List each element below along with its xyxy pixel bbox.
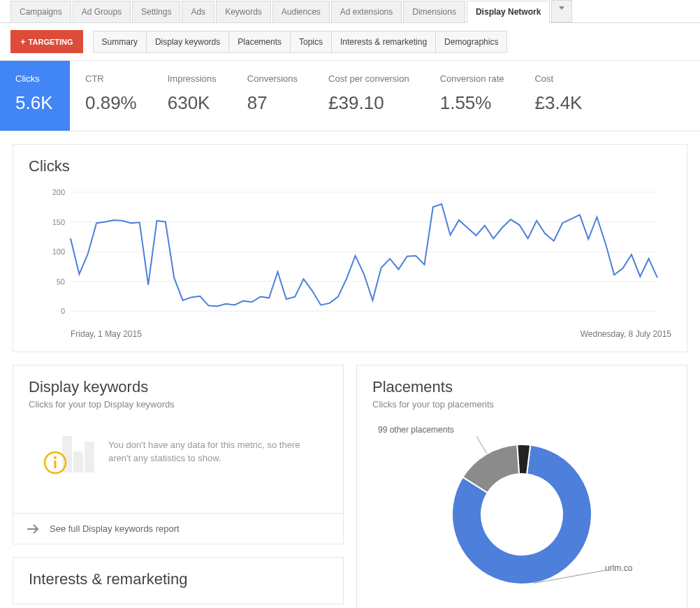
top-tab-bar: CampaignsAd GroupsSettingsAdsKeywordsAud… [0, 0, 700, 23]
metric-value: 87 [247, 92, 298, 114]
svg-text:150: 150 [52, 218, 65, 226]
interests-title: Interests & remarketing [29, 570, 328, 588]
metric-value: 630K [168, 92, 217, 114]
sub-tab[interactable]: Topics [290, 31, 332, 53]
placements-donut-chart [417, 424, 627, 591]
more-tabs-dropdown[interactable] [551, 0, 572, 22]
top-tab[interactable]: Audiences [272, 1, 330, 23]
clicks-line-chart: 050100150200 [29, 185, 664, 325]
sub-tab-bar: SummaryDisplay keywordsPlacementsTopicsI… [93, 31, 507, 53]
svg-text:200: 200 [52, 188, 65, 196]
chevron-down-icon [559, 6, 564, 10]
targeting-button[interactable]: + TARGETING [10, 30, 83, 53]
arrow-right-icon [27, 524, 40, 534]
metric-tile[interactable]: Cost per conversion£39.10 [313, 61, 425, 131]
metric-label: Clicks [15, 73, 54, 84]
sub-tab[interactable]: Summary [93, 31, 147, 53]
sub-tab[interactable]: Demographics [435, 31, 507, 53]
metric-tile[interactable]: Conversion rate1.55% [425, 61, 520, 131]
svg-text:0: 0 [61, 307, 65, 315]
svg-rect-12 [54, 461, 57, 468]
placements-title: Placements [372, 378, 671, 396]
chart-title: Clicks [29, 157, 671, 175]
top-tab[interactable]: Ads [182, 1, 214, 23]
top-tab[interactable]: Display Network [467, 1, 550, 23]
svg-line-14 [476, 436, 487, 454]
svg-text:50: 50 [57, 277, 65, 286]
sub-tab[interactable]: Display keywords [146, 31, 229, 53]
plus-icon: + [20, 36, 26, 47]
metric-label: Cost per conversion [328, 73, 409, 84]
sub-tab[interactable]: Interests & remarketing [331, 31, 436, 53]
empty-chart-icon [43, 430, 93, 472]
top-tab[interactable]: Dimensions [403, 1, 465, 23]
metric-label: Conversions [247, 73, 298, 84]
display-keywords-title: Display keywords [29, 378, 328, 396]
top-tab[interactable]: Campaigns [10, 1, 71, 23]
top-tab[interactable]: Ad Groups [73, 1, 131, 23]
donut-slice-label: urlm.co [605, 563, 632, 573]
metric-value: £3.4K [534, 92, 582, 114]
metric-tile[interactable]: CTR0.89% [70, 61, 152, 131]
display-keywords-footer-label: See full Display keywords report [50, 523, 180, 534]
metric-tile[interactable]: Impressions630K [152, 61, 232, 131]
metric-value: £39.10 [328, 92, 409, 114]
chart-start-date: Friday, 1 May 2015 [71, 329, 142, 339]
metric-label: Cost [534, 73, 582, 84]
display-keywords-card: Display keywords Clicks for your top Dis… [13, 365, 344, 544]
metric-value: 1.55% [440, 92, 504, 114]
metric-value: 5.6K [15, 92, 54, 114]
empty-state-message: You don't have any data for this metric,… [108, 438, 304, 465]
display-keywords-subtitle: Clicks for your top Display keywords [29, 399, 328, 410]
top-tab[interactable]: Keywords [216, 1, 271, 23]
metrics-row: Clicks5.6KCTR0.89%Impressions630KConvers… [0, 61, 700, 131]
placements-card: Placements Clicks for your top placement… [356, 365, 687, 608]
metric-label: Impressions [168, 73, 217, 84]
metric-label: Conversion rate [440, 73, 504, 84]
info-icon [43, 450, 68, 475]
metric-value: 0.89% [85, 92, 137, 114]
secondary-toolbar: + TARGETING SummaryDisplay keywordsPlace… [0, 23, 700, 61]
metric-tile[interactable]: Cost£3.4K [519, 61, 597, 131]
chart-end-date: Wednesday, 8 July 2015 [581, 329, 671, 339]
top-tab[interactable]: Ad extensions [331, 1, 402, 23]
placements-subtitle: Clicks for your top placements [372, 399, 671, 410]
metric-tile[interactable]: Clicks5.6K [0, 61, 70, 131]
interests-card: Interests & remarketing [13, 557, 344, 605]
metric-tile[interactable]: Conversions87 [232, 61, 313, 131]
display-keywords-report-link[interactable]: See full Display keywords report [13, 513, 343, 544]
targeting-button-label: TARGETING [29, 38, 73, 46]
top-tab[interactable]: Settings [132, 1, 180, 23]
metric-label: CTR [85, 73, 137, 84]
sub-tab[interactable]: Placements [228, 31, 291, 53]
svg-text:100: 100 [52, 247, 65, 256]
donut-slice-label: 99 other placements [378, 425, 454, 435]
svg-point-11 [54, 456, 57, 459]
clicks-chart-card: Clicks 050100150200 Friday, 1 May 2015 W… [13, 144, 687, 352]
